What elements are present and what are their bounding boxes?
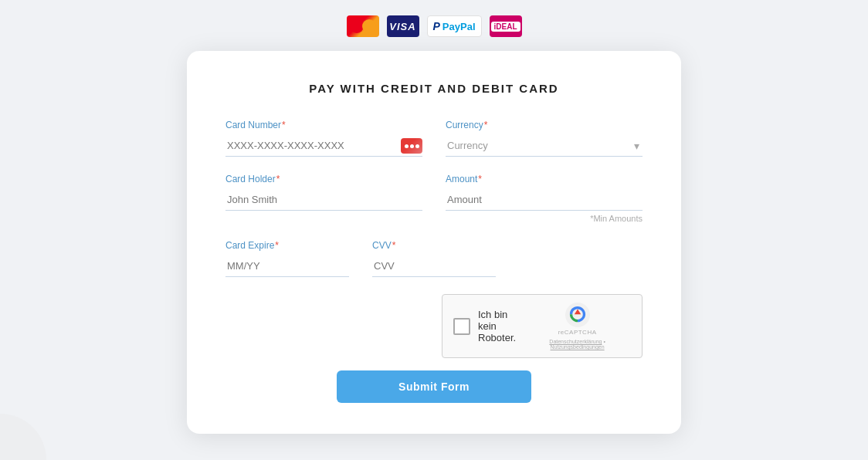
dot2	[410, 144, 414, 148]
captcha-separator: •	[603, 339, 605, 344]
captcha-label: Ich bin kein Roboter.	[478, 309, 516, 343]
card-form: PAY WITH CREDIT AND DEBIT CARD Card Numb…	[187, 51, 681, 434]
cvv-input[interactable]	[372, 255, 496, 277]
dot3	[415, 144, 419, 148]
card-number-wrapper	[225, 135, 422, 157]
amount-group: Amount* *Min Amounts	[446, 174, 643, 223]
row-holder-amount: Card Holder* Amount* *Min Amounts	[225, 174, 643, 223]
currency-select[interactable]: Currency EUR USD GBP	[446, 135, 643, 157]
cvv-label: CVV*	[372, 240, 496, 251]
ideal-text: iDEAL	[491, 22, 520, 32]
amount-label: Amount*	[446, 174, 643, 184]
captcha-box: Ich bin kein Roboter. reCAPTCHA Datensch…	[442, 294, 643, 358]
dot1	[405, 144, 409, 148]
paypal-icon: P PayPal	[427, 15, 482, 37]
recaptcha-icon	[565, 303, 590, 327]
ideal-icon: iDEAL	[490, 15, 522, 37]
card-number-input[interactable]	[225, 135, 422, 157]
currency-group: Currency* Currency EUR USD GBP	[446, 120, 643, 157]
cvv-group: CVV*	[372, 240, 496, 277]
privacy-link[interactable]: Datenschutzerklärung	[549, 339, 602, 344]
row-expire-cvv: Card Expire* CVV*	[225, 240, 643, 277]
captcha-logo-col: reCAPTCHA Datenschutzerklärung • Nutzung…	[524, 303, 631, 350]
captcha-checkbox[interactable]	[453, 318, 470, 335]
captcha-row: Ich bin kein Roboter. reCAPTCHA Datensch…	[225, 294, 643, 358]
form-title: PAY WITH CREDIT AND DEBIT CARD	[225, 82, 643, 95]
card-expire-label: Card Expire*	[225, 240, 349, 251]
card-holder-input[interactable]	[225, 189, 422, 211]
mastercard-icon	[347, 15, 379, 37]
card-expire-input[interactable]	[225, 255, 349, 277]
bottom-corner-decoration	[0, 414, 46, 460]
submit-button[interactable]: Submit Form	[337, 370, 531, 403]
payment-icons-row: VISA P PayPal iDEAL	[347, 15, 522, 37]
visa-icon: VISA	[387, 15, 419, 37]
min-amounts-label: *Min Amounts	[446, 214, 643, 223]
submit-row: Submit Form	[225, 370, 643, 403]
paypal-text: PayPal	[442, 21, 476, 32]
recaptcha-brand-text: reCAPTCHA	[558, 329, 597, 336]
svg-point-0	[565, 303, 590, 327]
terms-link[interactable]: Nutzungsbedingungen	[551, 344, 605, 350]
paypal-p-letter: P	[433, 20, 440, 32]
card-type-icon	[401, 138, 422, 154]
card-number-group: Card Number*	[225, 120, 422, 157]
row-card-currency: Card Number* Currency* Currency	[225, 120, 643, 157]
card-type-dots	[405, 144, 419, 148]
card-expire-group: Card Expire*	[225, 240, 349, 277]
amount-input[interactable]	[446, 189, 643, 211]
card-holder-label: Card Holder*	[225, 174, 422, 184]
card-holder-group: Card Holder*	[225, 174, 422, 223]
captcha-links: Datenschutzerklärung • Nutzungsbedingung…	[524, 339, 631, 350]
card-number-label: Card Number*	[225, 120, 422, 130]
currency-select-wrapper: Currency EUR USD GBP	[446, 135, 643, 157]
currency-label: Currency*	[446, 120, 643, 130]
